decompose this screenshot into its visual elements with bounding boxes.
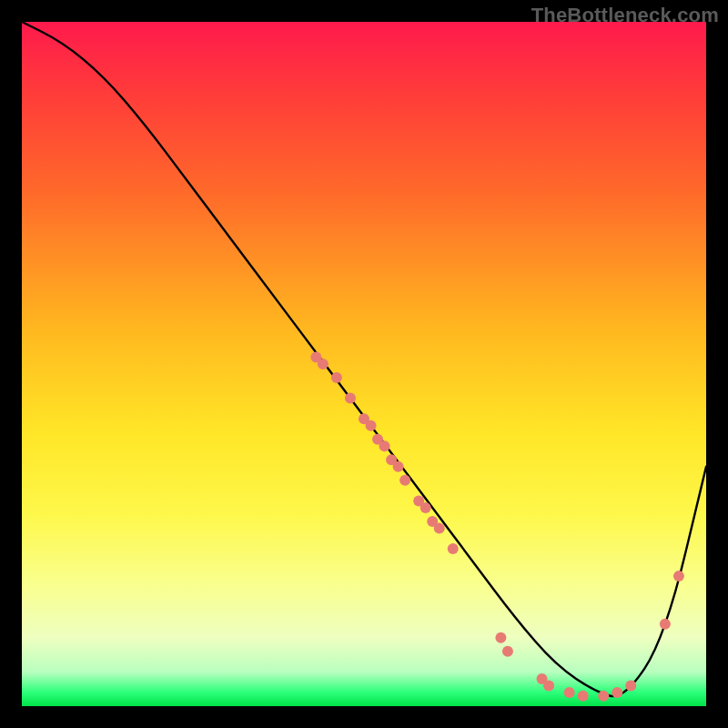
data-marker xyxy=(434,522,445,533)
data-marker xyxy=(495,632,506,643)
chart-svg xyxy=(22,22,706,706)
data-marker xyxy=(673,571,684,581)
data-marker xyxy=(660,619,671,630)
data-marker xyxy=(543,680,554,691)
data-marker xyxy=(366,420,377,431)
data-marker xyxy=(502,646,513,657)
data-marker xyxy=(345,393,356,404)
data-marker xyxy=(448,543,459,554)
bottleneck-curve xyxy=(22,22,706,696)
data-marker xyxy=(420,502,431,513)
data-markers xyxy=(310,351,684,701)
data-marker xyxy=(379,440,390,451)
data-marker xyxy=(564,687,575,698)
data-marker xyxy=(625,680,636,691)
data-marker xyxy=(318,359,329,369)
data-marker xyxy=(578,691,589,702)
watermark-label: TheBottleneck.com xyxy=(531,4,719,27)
data-marker xyxy=(598,691,609,702)
data-marker xyxy=(612,687,622,698)
chart-frame xyxy=(22,22,706,706)
data-marker xyxy=(399,475,410,486)
data-marker xyxy=(331,372,342,383)
data-marker xyxy=(393,461,404,472)
